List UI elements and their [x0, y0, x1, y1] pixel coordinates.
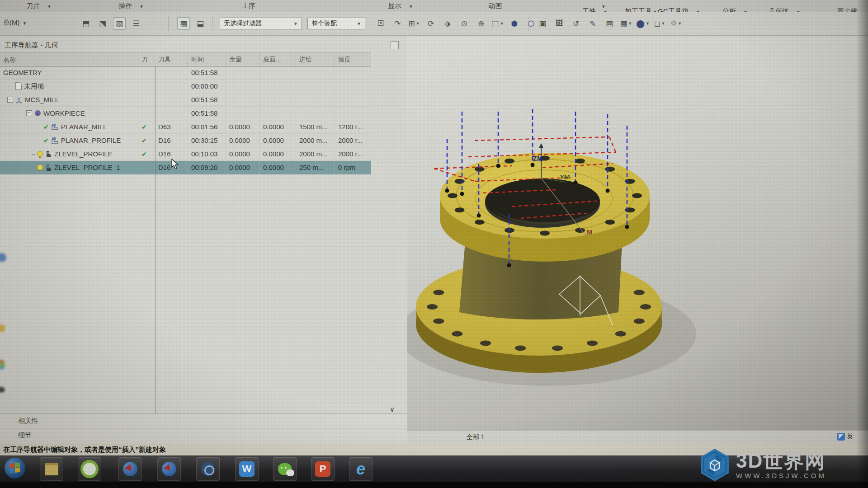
undo-icon[interactable]: ↺ — [570, 17, 582, 30]
datum-icon[interactable]: ⊕ — [475, 17, 487, 30]
axis-label-x: M — [587, 228, 593, 236]
chevron-down-icon: ▼ — [293, 21, 298, 26]
column-header-name[interactable]: 名称 — [0, 53, 138, 66]
column-header-speed[interactable]: 速度 — [335, 53, 368, 66]
chevron-down-icon[interactable]: ∨ — [390, 405, 395, 413]
zlevel-profile-icon — [45, 150, 52, 158]
watermark-url: WWW.3DSJW.COM — [736, 472, 826, 479]
panel-pin-button[interactable] — [391, 41, 399, 49]
monitor-bezel — [0, 482, 868, 488]
snap-point-icon[interactable]: 🞔 — [374, 17, 387, 30]
table-row[interactable]: ✔ PLANAR_PROFILE ✔ D16 00:30:15 0.0000 0… — [0, 134, 371, 147]
axis-label-y: YM — [560, 173, 570, 181]
selection-scope-dropdown[interactable]: 整个装配▼ — [307, 18, 365, 29]
column-header-tool[interactable]: 刀具 — [155, 53, 188, 66]
red-p-app-icon[interactable]: P — [311, 457, 335, 481]
shop-doc-icon[interactable]: ⬓ — [194, 17, 207, 30]
mcs-icon — [15, 96, 23, 103]
sketch-icon[interactable]: ✎ — [586, 17, 599, 30]
column-header-stock[interactable]: 余量 — [226, 53, 260, 66]
details-section-bar[interactable]: 细节 — [0, 428, 407, 443]
layer-settings-icon[interactable]: ▤ — [603, 17, 616, 30]
measure-icon[interactable]: ⬗ — [441, 17, 454, 30]
ok-check-icon: ✔ — [43, 124, 49, 130]
menu-button[interactable]: 单(M)▼ — [3, 19, 27, 27]
column-header-time[interactable]: 时间 — [188, 53, 226, 66]
ribbon-group-operation[interactable]: 操作▼ — [118, 2, 144, 10]
ribbon-group-display[interactable]: 显示▼ — [388, 2, 413, 10]
ribbon-group-process[interactable]: 工序 — [242, 2, 255, 10]
table-row[interactable]: GEOMETRY 00:51:58 — [0, 66, 371, 80]
wireframe-view-icon[interactable]: ⬡ — [525, 17, 538, 30]
zlevel-profile-icon — [45, 164, 52, 171]
panel-title: 工序导航器 - 几何 — [5, 41, 58, 50]
box-display-icon[interactable]: ◻▼ — [653, 17, 666, 30]
main-toolbar: 单(M)▼ ⬒ ⬔ ▧ ☰ ▦ ⬓ 无选择过滤器▼ 整个装配▼ 🞔 ↷ ⊞▼ ⟳… — [0, 12, 868, 36]
column-header-feed[interactable]: 进给 — [296, 53, 335, 66]
grid-icon[interactable]: ▦▼ — [620, 17, 632, 30]
planar-profile-icon — [51, 137, 59, 144]
internet-explorer-icon[interactable]: e — [349, 457, 373, 481]
unused-items-icon — [15, 82, 22, 90]
watermark-site-name: 3D世界网 — [736, 450, 826, 471]
rectangle-select-icon[interactable]: ⬚▼ — [491, 17, 504, 30]
ok-check-icon: ✔ — [142, 164, 147, 171]
ribbon-group-tool[interactable]: 刀片▼ — [26, 2, 52, 10]
ime-indicator[interactable]: 英 — [837, 432, 853, 441]
wechat-icon[interactable] — [273, 457, 297, 481]
dependencies-section-bar[interactable]: 相关性 — [0, 413, 407, 428]
nx-app-icon[interactable] — [196, 457, 220, 481]
chevron-down-icon[interactable]: ▼ — [139, 4, 144, 9]
viewport-bottom-strip: 全部 1 英 — [407, 430, 868, 443]
lightbulb-icon[interactable] — [37, 151, 43, 157]
table-row[interactable]: 未用项 00:00:00 — [0, 80, 371, 93]
table-row-selected[interactable]: – ZLEVEL_PROFILE_1 ✔ D16 00:09:20 0.0000… — [0, 161, 371, 174]
table-row[interactable]: – ZLEVEL_PROFILE ✔ D16 00:10:03 0.0000 0… — [0, 147, 371, 161]
table-row[interactable]: MCS_MILL 00:51:58 — [0, 93, 371, 107]
column-divider — [155, 66, 156, 448]
graphics-viewport[interactable]: ZM YM M — [407, 36, 868, 430]
postprocess-icon[interactable]: ▦ — [177, 17, 190, 30]
watermark-logo-icon — [700, 448, 730, 482]
site-watermark: 3D世界网 WWW.3DSJW.COM — [700, 448, 826, 482]
list-toolpath-icon[interactable]: ⬔ — [96, 17, 109, 30]
section-view-icon[interactable]: ⟐▼ — [670, 17, 683, 30]
chevron-down-icon[interactable]: ▼ — [409, 4, 413, 9]
operation-navigator-panel: 工序导航器 - 几何 名称 刀 刀具 时间 余量 底面... 进给 速度 GEO… — [0, 36, 407, 443]
orient-view-icon[interactable]: ↷ — [391, 17, 404, 30]
start-button[interactable] — [5, 458, 25, 479]
table-row[interactable]: ✔ PLANAR_MILL ✔ D63 00:01:56 0.0000 0.00… — [0, 120, 371, 134]
machine-sim-icon[interactable]: ☰ — [130, 17, 142, 30]
chevron-down-icon: ▼ — [23, 21, 27, 26]
wps-writer-icon[interactable]: W — [235, 457, 259, 481]
table-header: 名称 刀 刀具 时间 余量 底面... 进给 速度 — [0, 52, 371, 67]
column-header-floor[interactable]: 底面... — [260, 53, 296, 66]
ime-icon — [837, 433, 845, 441]
show-toolpath-icon[interactable]: ⬒ — [80, 17, 92, 30]
collapse-expander[interactable] — [7, 97, 13, 103]
image-icon[interactable]: 🖽 — [553, 17, 566, 30]
nx-launcher-icon-2[interactable] — [157, 457, 181, 481]
tree-branch: – — [32, 161, 35, 174]
sphere-display-icon[interactable]: ⬤▼ — [637, 17, 649, 30]
status-message: 在工序导航器中编辑对象，或者是使用“插入”新建对象 — [3, 446, 166, 454]
collapse-expander[interactable] — [26, 110, 32, 116]
mouse-cursor — [171, 159, 182, 170]
ok-check-icon: ✔ — [142, 150, 147, 158]
browser-360-icon[interactable] — [78, 457, 101, 481]
verify-toolpath-icon[interactable]: ▧ — [113, 17, 126, 30]
workpiece-icon — [34, 110, 41, 117]
table-row[interactable]: WORKPIECE 00:51:58 — [0, 107, 371, 120]
paint-app-icon[interactable] — [40, 457, 63, 481]
lightbulb-icon[interactable] — [37, 164, 43, 170]
chevron-down-icon[interactable]: ▼ — [47, 4, 52, 9]
point-dialog-icon[interactable]: ⊞▼ — [408, 17, 420, 30]
operation-tree: GEOMETRY 00:51:58 未用项 00:00:00 — [0, 66, 371, 174]
nx-launcher-icon[interactable] — [118, 457, 142, 481]
column-header-toolchange[interactable]: 刀 — [138, 53, 155, 66]
window-icon[interactable]: ▣ — [536, 17, 549, 30]
shaded-view-icon[interactable]: ⬢ — [508, 17, 521, 30]
point-icon[interactable]: ⊙ — [458, 17, 471, 30]
refresh-icon[interactable]: ⟳ — [425, 17, 437, 30]
selection-filter-dropdown[interactable]: 无选择过滤器▼ — [220, 18, 302, 29]
